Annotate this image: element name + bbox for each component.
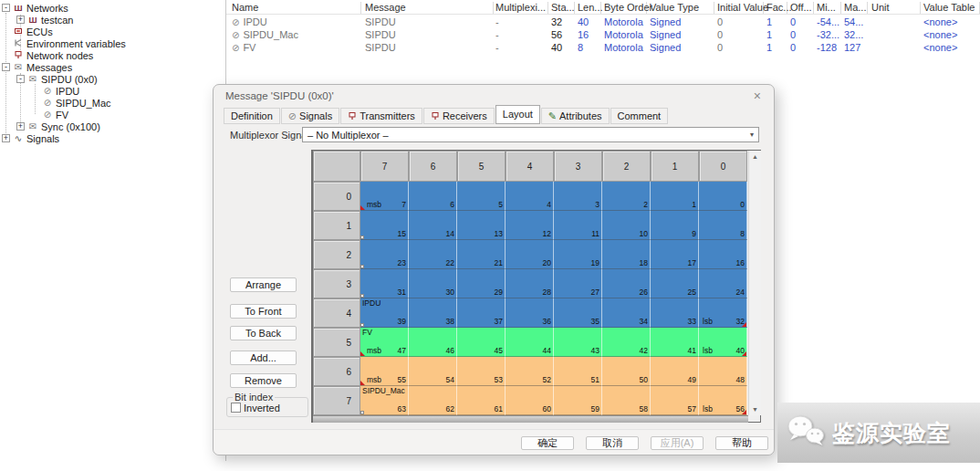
grid-cell-bit-58[interactable]: 58 — [602, 386, 651, 415]
col-header-unit[interactable]: Unit — [871, 2, 921, 14]
grid-cell-bit-38[interactable]: 38 — [409, 298, 457, 328]
grid-cell-bit-2[interactable]: 2 — [602, 182, 651, 211]
grid-cell-bit-25[interactable]: 25 — [651, 269, 699, 298]
grid-cell-bit-53[interactable]: 53 — [457, 357, 506, 386]
col-header-length[interactable]: Len... — [578, 2, 601, 14]
inverted-checkbox[interactable] — [231, 403, 241, 413]
grid-cell-bit-26[interactable]: 26 — [602, 269, 651, 298]
grid-cell-bit-21[interactable]: 21 — [457, 240, 506, 269]
tree-item-sipdu-mac[interactable]: ⊘SIPDU_Mac — [0, 97, 224, 109]
tree-item-signals[interactable]: +∿Signals — [0, 132, 224, 144]
add-button[interactable]: Add... — [230, 351, 297, 365]
grid-cell-bit-9[interactable]: 9 — [651, 211, 699, 240]
col-header-factor[interactable]: Fac... — [766, 2, 787, 14]
grid-cell-bit-29[interactable]: 29 — [457, 269, 506, 298]
grid-cell-bit-1[interactable]: 1 — [651, 182, 699, 211]
grid-cell-bit-57[interactable]: 57 — [651, 386, 699, 415]
grid-cell-bit-32[interactable]: 32lsb — [699, 298, 747, 328]
tree-item-networks[interactable]: -ШNetworks — [0, 2, 224, 14]
grid-cell-bit-44[interactable]: 44 — [506, 328, 554, 357]
grid-cell-bit-39[interactable]: 39IPDU — [360, 298, 409, 328]
table-row-sipdu-mac[interactable]: ⊘SIPDU_MacSIPDU-5616MotorolaSigned010-32… — [226, 28, 980, 41]
scroll-up-icon[interactable]: ▲ — [749, 153, 761, 160]
cancel-button[interactable]: 取消 — [586, 436, 639, 450]
arrange-button[interactable]: Arrange — [230, 277, 297, 292]
grid-cell-bit-11[interactable]: 11 — [554, 211, 602, 240]
grid-cell-bit-55[interactable]: 55msb — [360, 357, 409, 386]
grid-cell-bit-42[interactable]: 42 — [602, 328, 651, 357]
grid-cell-bit-34[interactable]: 34 — [602, 298, 651, 328]
tab-signals[interactable]: ⊘Signals — [281, 108, 339, 124]
scroll-down-icon[interactable]: ▼ — [749, 406, 761, 413]
col-header-message[interactable]: Message — [365, 2, 494, 14]
grid-cell-bit-31[interactable]: 31 — [360, 269, 409, 298]
tree-item-network-nodes[interactable]: Network nodes — [0, 49, 224, 61]
grid-cell-bit-18[interactable]: 18 — [602, 240, 651, 269]
col-header-start[interactable]: Sta... — [551, 2, 575, 14]
grid-cell-bit-43[interactable]: 43 — [554, 328, 602, 357]
grid-cell-bit-48[interactable]: 48 — [699, 357, 747, 386]
grid-cell-bit-23[interactable]: 23 — [360, 240, 409, 269]
tree-item-messages[interactable]: -✉Messages — [0, 61, 224, 73]
col-header-name[interactable]: Name — [232, 2, 361, 14]
tab-attributes[interactable]: ✎Attributes — [541, 108, 610, 124]
expander-icon[interactable]: + — [2, 134, 10, 142]
grid-cell-bit-20[interactable]: 20 — [506, 240, 554, 269]
grid-cell-bit-6[interactable]: 6 — [409, 182, 457, 211]
col-header-multiplexing[interactable]: Multiplexi... — [495, 2, 548, 14]
grid-cell-bit-17[interactable]: 17 — [651, 240, 699, 269]
col-header-min[interactable]: Mi... — [817, 2, 841, 14]
tree-item-sipdu-0x0[interactable]: -✉SIPDU (0x0) — [0, 73, 224, 85]
grid-cell-bit-47[interactable]: 47FVmsb — [360, 328, 409, 357]
grid-cell-bit-13[interactable]: 13 — [457, 211, 506, 240]
grid-cell-bit-49[interactable]: 49 — [651, 357, 699, 386]
grid-cell-bit-36[interactable]: 36 — [506, 298, 554, 328]
col-header-value_table[interactable]: Value Table — [923, 2, 980, 14]
grid-cell-bit-52[interactable]: 52 — [506, 357, 554, 386]
grid-cell-bit-56[interactable]: 56lsb — [699, 386, 747, 415]
grid-cell-bit-35[interactable]: 35 — [554, 298, 602, 328]
grid-cell-bit-19[interactable]: 19 — [554, 240, 602, 269]
grid-cell-bit-45[interactable]: 45 — [457, 328, 506, 357]
grid-cell-bit-37[interactable]: 37 — [457, 298, 506, 328]
remove-button[interactable]: Remove — [230, 373, 297, 388]
grid-cell-bit-8[interactable]: 8 — [699, 211, 747, 240]
grid-cell-bit-62[interactable]: 62 — [409, 386, 457, 415]
expander-icon[interactable]: + — [16, 16, 25, 24]
grid-cell-bit-33[interactable]: 33 — [651, 298, 699, 328]
grid-cell-bit-28[interactable]: 28 — [506, 269, 554, 298]
tab-layout[interactable]: Layout — [495, 105, 540, 124]
ok-button[interactable]: 确定 — [521, 436, 574, 450]
table-row-fv[interactable]: ⊘FVSIPDU-408MotorolaSigned010-128127<non… — [226, 41, 980, 54]
close-icon[interactable]: × — [754, 89, 761, 103]
grid-cell-bit-12[interactable]: 12 — [506, 211, 554, 240]
grid-cell-bit-7[interactable]: 7msb — [360, 182, 409, 211]
table-row-ipdu[interactable]: ⊘IPDUSIPDU-3240MotorolaSigned010-54...54… — [226, 16, 980, 28]
tree-item-testcan[interactable]: +Шtestcan — [0, 14, 224, 26]
grid-cell-bit-63[interactable]: 63SIPDU_Mac — [360, 386, 409, 415]
col-header-max[interactable]: Ma... — [844, 2, 868, 14]
grid-cell-bit-46[interactable]: 46 — [409, 328, 457, 357]
tab-transmitters[interactable]: Transmitters — [340, 108, 422, 124]
grid-cell-bit-5[interactable]: 5 — [457, 182, 506, 211]
to-front-button[interactable]: To Front — [230, 304, 297, 319]
grid-cell-bit-14[interactable]: 14 — [409, 211, 457, 240]
expander-icon[interactable]: - — [2, 63, 10, 71]
tab-comment[interactable]: Comment — [610, 108, 669, 124]
grid-cell-bit-15[interactable]: 15 — [360, 211, 409, 240]
multiplexor-select[interactable]: – No Multiplexor – ▾ — [302, 127, 759, 142]
grid-cell-bit-10[interactable]: 10 — [602, 211, 651, 240]
tree-item-fv[interactable]: ⊘FV — [0, 109, 224, 120]
tree-item-ecus[interactable]: ECUs — [0, 26, 224, 37]
tree-item-sync-0x100[interactable]: +✉Sync (0x100) — [0, 120, 224, 132]
tree-item-environment-variables[interactable]: Environment variables — [0, 37, 224, 49]
grid-cell-bit-41[interactable]: 41 — [651, 328, 699, 357]
tab-definition[interactable]: Definition — [224, 108, 280, 124]
tab-receivers[interactable]: Receivers — [423, 108, 495, 124]
to-back-button[interactable]: To Back — [230, 326, 297, 340]
grid-cell-bit-54[interactable]: 54 — [409, 357, 457, 386]
grid-scrollbar[interactable]: ▲▼ — [748, 151, 761, 415]
expander-icon[interactable]: + — [16, 122, 25, 131]
grid-cell-bit-50[interactable]: 50 — [602, 357, 651, 386]
grid-cell-bit-40[interactable]: 40lsb — [699, 328, 747, 357]
